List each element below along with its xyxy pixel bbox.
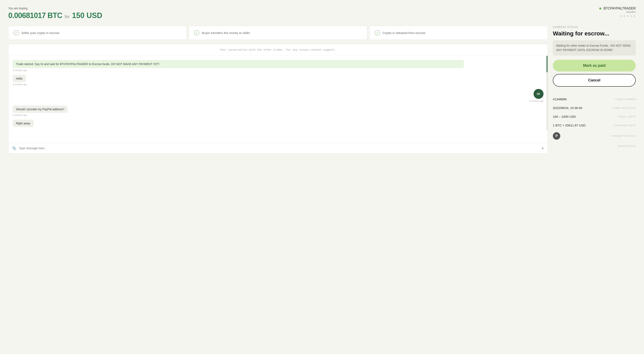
system-message-time: 4 minutes ago [13,69,544,72]
step-3-card: ✓ Crypto is released from escrow [370,26,548,40]
payment-method-icon: P [553,132,560,140]
payment-method-row: P PAYMENT METHOD [553,130,636,142]
online-indicator [599,8,601,10]
message-hi-time: 4 minutes ago [529,100,544,102]
bubble-hi: HI [534,89,544,99]
description-key: DESCRIPTION [618,145,636,147]
message-hello: Hello 4 minutes ago [13,75,544,86]
payment-method-key: PAYMENT METHOD [612,135,636,137]
seller-country: Sweden [599,10,636,14]
trade-limits-value: 100 – 1000 USD [553,115,576,118]
chat-scrollbar[interactable] [546,56,548,130]
exchange-rate-key: EXCHANGE RATE [614,124,636,127]
message-hello-time: 4 minutes ago [13,83,544,86]
trade-number-row: #1348896 TRADE NUMBER [553,95,636,104]
step-3-check: ✓ [375,30,380,36]
main-layout: ✓ Seller puts crypto in escrow ✓ Buyer t… [8,26,636,154]
step-2-card: ✓ Buyer transfers the money to seller [189,26,367,40]
system-message: Trade started. Say Hi and wait for BTCPA… [13,60,544,72]
step-3-label: Crypto is released from escrow [382,31,426,35]
step-2-label: Buyer transfers the money to seller [202,31,250,35]
message-hi-wrap: HI 4 minutes ago [13,89,544,102]
trade-initiation-row: 2022/06/24, 15:36:46 TRADE INITIATION [553,104,636,112]
current-status-label: CURRENT STATUS [553,26,636,28]
cancel-button[interactable]: Cancel [553,74,636,87]
trade-limits-key: TRADE LIMITS [618,116,636,118]
left-panel: ✓ Seller puts crypto in escrow ✓ Buyer t… [8,26,548,154]
message-paypal: Should I provide my PayPal address? 4 mi… [13,106,544,116]
chat-panel: Your conversation with the other trader.… [8,44,548,154]
step-2-check: ✓ [194,30,199,36]
for-label: for [65,14,70,19]
status-title: Waiting for escrow... [553,30,636,37]
trade-number-key: TRADE NUMBER [615,98,636,100]
chat-scrollbar-thumb[interactable] [546,56,548,72]
trade-initiation-key: TRADE INITIATION [612,107,636,109]
step-1-check: ✓ [14,30,19,36]
step-1-label: Seller puts crypto in escrow [21,31,59,35]
chat-notice: Your conversation with the other trader.… [8,44,548,56]
chat-messages: Trade started. Say Hi and wait for BTCPA… [8,56,548,143]
message-paypal-time: 4 minutes ago [13,114,544,116]
trade-limits-row: 100 – 1000 USD TRADE LIMITS [553,112,636,121]
seller-username: BTCPAYPALTRADER [604,7,636,10]
btc-amount: 0.00681017 BTC [8,11,62,20]
step-1-card: ✓ Seller puts crypto in escrow [8,26,187,40]
you-are-buying-label: You are buying [8,7,636,10]
chat-input[interactable] [19,146,539,150]
message-right-away: Right away [13,120,544,127]
usd-amount: 150 USD [72,11,102,20]
page-header: You are buying 0.00681017 BTC for 150 US… [8,7,636,20]
status-warning: Waiting for other trader to Escrow Funds… [553,40,636,56]
seller-name: BTCPAYPALTRADER [599,7,636,10]
system-message-text: Trade started. Say Hi and wait for BTCPA… [13,60,464,68]
trade-number-value: #1348896 [553,98,567,101]
mark-as-paid-button[interactable]: Mark as paid [553,60,636,72]
exchange-rate-value: 1 BTC = 25611.87 USD [553,124,586,127]
bubble-right-away: Right away [13,120,34,127]
trade-amount: 0.00681017 BTC for 150 USD [8,11,636,20]
seller-info: BTCPAYPALTRADER Sweden ★ ★ ★ ★ ★ [599,7,636,18]
trade-initiation-value: 2022/06/24, 15:36:46 [553,106,582,110]
steps-row: ✓ Seller puts crypto in escrow ✓ Buyer t… [8,26,548,40]
description-row: DESCRIPTION [553,142,636,150]
exchange-rate-row: 1 BTC = 25611.87 USD EXCHANGE RATE [553,121,636,130]
attach-icon[interactable]: 📎 [12,146,16,150]
send-icon[interactable]: ➤ [541,146,544,150]
bubble-hello: Hello [13,75,26,82]
trade-details: #1348896 TRADE NUMBER 2022/06/24, 15:36:… [553,95,636,150]
seller-rating: ★ ★ ★ ★ ★ [599,14,636,18]
right-panel: CURRENT STATUS Waiting for escrow... Wai… [553,26,636,150]
chat-input-area: 📎 ➤ [8,143,548,153]
bubble-paypal: Should I provide my PayPal address? [13,106,68,113]
